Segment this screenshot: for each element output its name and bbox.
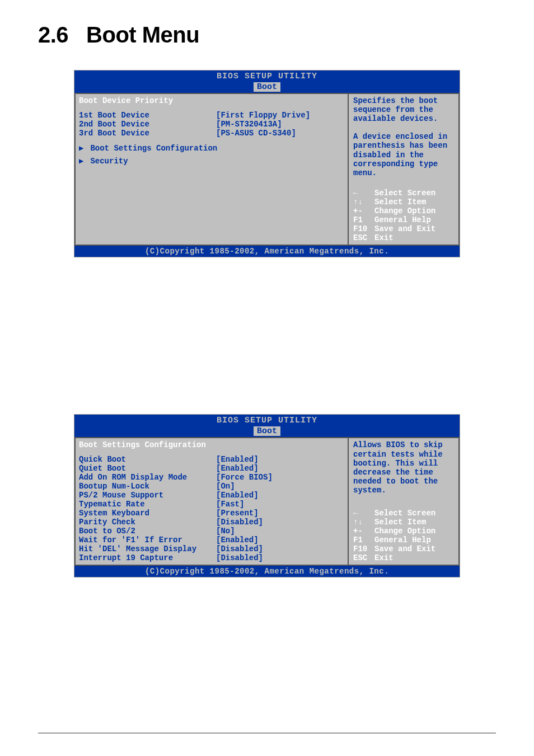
bios-submenu-label: Boot Settings Configuration [86, 144, 217, 153]
bios-setting-label: Add On ROM Display Mode [79, 473, 216, 482]
bios-tab: Boot [254, 82, 280, 92]
bios-submenu-item: ▶ Boot Settings Configuration [79, 143, 344, 153]
bios-left-panel: Boot Device Priority 1st Boot Device[Fir… [74, 93, 348, 246]
bios-setting-value: [PS-ASUS CD-S340] [216, 129, 296, 138]
key-icon: +- [353, 206, 374, 215]
bios-key-row: F1General Help [353, 536, 454, 544]
bios-setting-value: [First Floppy Drive] [216, 111, 310, 120]
triangle-right-icon: ▶ [79, 156, 86, 166]
bios-setting-label: 2nd Boot Device [79, 120, 216, 129]
key-icon: F1 [353, 215, 374, 224]
bios-setting-label: Quiet Boot [79, 464, 216, 473]
bios-tab: Boot [254, 426, 280, 436]
key-icon: F10 [353, 224, 374, 233]
bios-body: Boot Device Priority 1st Boot Device[Fir… [74, 93, 460, 246]
bios-setting-label: Wait for 'F1' If Error [79, 536, 216, 544]
bios-setting-row: Interrupt 19 Capture[Disabled] [79, 553, 344, 562]
bios-setting-label: PS/2 Mouse Support [79, 491, 216, 500]
bios-setting-row: Quiet Boot[Enabled] [79, 464, 344, 473]
triangle-right-icon: ▶ [79, 143, 86, 153]
bios-key-row: ESCExit [353, 553, 454, 562]
bios-setting-label: 3rd Boot Device [79, 129, 216, 138]
bios-items-list: 1st Boot Device[First Floppy Drive]2nd B… [79, 111, 344, 138]
bios-body: Boot Settings Configuration Quick Boot[E… [74, 437, 460, 566]
bios-screenshot-2: BIOS SETUP UTILITY Boot Boot Settings Co… [74, 414, 460, 577]
bios-keys-legend: ←Select Screen↑↓Select Item+-Change Opti… [353, 509, 454, 563]
bios-key-row: ←Select Screen [353, 189, 454, 198]
bios-setting-row: 1st Boot Device[First Floppy Drive] [79, 111, 344, 120]
bios-setting-row: PS/2 Mouse Support[Enabled] [79, 491, 344, 500]
bios-setting-label: Hit 'DEL' Message Display [79, 544, 216, 553]
key-label: Save and Exit [374, 224, 435, 233]
key-icon: ↑↓ [353, 518, 374, 527]
key-label: Change Option [374, 206, 435, 215]
bios-setting-value: [Disabled] [216, 518, 263, 527]
bios-setting-value: [Disabled] [216, 553, 263, 562]
bios-footer: (C)Copyright 1985-2002, American Megatre… [74, 246, 460, 257]
bios-setting-row: Boot to OS/2[No] [79, 527, 344, 536]
bios-setting-row: Parity Check[Disabled] [79, 518, 344, 527]
page-footer-rule [38, 732, 496, 734]
bios-submenu-item: ▶ Security [79, 156, 344, 166]
key-icon: ← [353, 189, 374, 198]
bios-setting-label: Bootup Num-Lock [79, 482, 216, 491]
bios-key-row: ←Select Screen [353, 509, 454, 518]
bios-setting-row: Wait for 'F1' If Error[Enabled] [79, 536, 344, 544]
bios-setting-row: System Keyboard[Present] [79, 509, 344, 518]
key-icon: ESC [353, 553, 374, 562]
bios-key-row: ESCExit [353, 233, 454, 242]
bios-setting-row: Typematic Rate[Fast] [79, 500, 344, 509]
key-label: Select Screen [374, 189, 435, 198]
bios-setting-value: [Force BIOS] [216, 473, 273, 482]
bios-submenus: ▶ Boot Settings Configuration▶ Security [79, 143, 344, 166]
bios-setting-row: 3rd Boot Device[PS-ASUS CD-S340] [79, 129, 344, 138]
bios-key-row: ↑↓Select Item [353, 518, 454, 527]
key-label: Select Item [374, 518, 426, 527]
key-label: Exit [374, 233, 394, 242]
bios-setting-label: Parity Check [79, 518, 216, 527]
bios-header: BIOS SETUP UTILITY Boot [74, 415, 460, 437]
key-label: Select Screen [374, 509, 435, 518]
bios-key-row: +-Change Option [353, 206, 454, 215]
bios-key-row: +-Change Option [353, 527, 454, 536]
key-label: General Help [374, 215, 431, 224]
bios-setting-value: [Disabled] [216, 544, 263, 553]
key-label: Change Option [374, 527, 435, 536]
bios-key-row: ↑↓Select Item [353, 198, 454, 206]
bios-help-text: Specifies the boot sequence from the ava… [353, 96, 454, 177]
bios-key-row: F10Save and Exit [353, 224, 454, 233]
bios-setting-value: [Enabled] [216, 536, 259, 544]
bios-setting-row: Add On ROM Display Mode[Force BIOS] [79, 473, 344, 482]
key-icon: F10 [353, 544, 374, 553]
bios-items-list: Quick Boot[Enabled]Quiet Boot[Enabled]Ad… [79, 455, 344, 562]
bios-setting-value: [Enabled] [216, 455, 259, 464]
bios-setting-row: Hit 'DEL' Message Display[Disabled] [79, 544, 344, 553]
section-title: Boot Menu [86, 22, 199, 47]
bios-screenshot-1: BIOS SETUP UTILITY Boot Boot Device Prio… [74, 70, 460, 257]
bios-setting-row: Bootup Num-Lock[On] [79, 482, 344, 491]
bios-footer: (C)Copyright 1985-2002, American Megatre… [74, 566, 460, 577]
key-label: General Help [374, 536, 431, 544]
key-label: Exit [374, 553, 394, 562]
page-heading: 2.6Boot Menu [0, 0, 534, 48]
bios-section-title: Boot Device Priority [79, 96, 344, 105]
bios-setting-value: [Enabled] [216, 491, 259, 500]
bios-setting-value: [On] [216, 482, 235, 491]
bios-key-row: F10Save and Exit [353, 544, 454, 553]
bios-setting-value: [No] [216, 527, 235, 536]
key-icon: F1 [353, 536, 374, 544]
bios-title: BIOS SETUP UTILITY [74, 416, 460, 425]
bios-keys-legend: ←Select Screen↑↓Select Item+-Change Opti… [353, 189, 454, 243]
bios-setting-label: Interrupt 19 Capture [79, 553, 216, 562]
bios-submenu-label: Security [86, 157, 128, 166]
key-label: Save and Exit [374, 544, 435, 553]
bios-header: BIOS SETUP UTILITY Boot [74, 71, 460, 93]
bios-setting-label: Boot to OS/2 [79, 527, 216, 536]
key-icon: ← [353, 509, 374, 518]
bios-setting-label: 1st Boot Device [79, 111, 216, 120]
section-number: 2.6 [38, 22, 68, 48]
bios-left-panel: Boot Settings Configuration Quick Boot[E… [74, 437, 348, 566]
bios-help-text: Allows BIOS to skip certain tests while … [353, 440, 454, 495]
bios-key-row: F1General Help [353, 215, 454, 224]
bios-setting-value: [Present] [216, 509, 259, 518]
